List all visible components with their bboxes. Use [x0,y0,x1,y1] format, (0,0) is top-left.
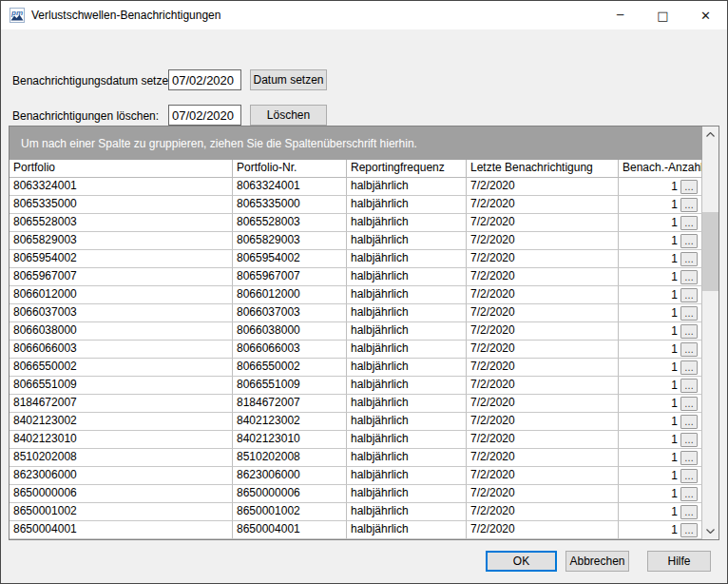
table-row[interactable]: 80633240018063324001halbjährlich7/2/2020… [10,178,702,196]
ellipsis-button[interactable]: … [680,433,698,447]
ellipsis-button[interactable]: … [680,487,698,501]
ellipsis-button[interactable]: … [680,379,698,393]
cell-portfolio: 8065335000 [10,196,233,214]
scroll-up-icon[interactable] [702,127,718,143]
ellipsis-button[interactable]: … [680,198,698,212]
cell-portfolio-nr: 8065829003 [233,232,347,250]
table-row[interactable]: 86500040018650004001halbjährlich7/2/2020… [10,521,702,539]
cell-benach-anzahl: 1… [619,467,702,485]
clear-notifications-input[interactable] [168,105,241,126]
table-row[interactable]: 80660660038066066003halbjährlich7/2/2020… [10,341,702,359]
ok-button[interactable]: OK [486,551,557,572]
table-row[interactable]: 86500000068650000006halbjährlich7/2/2020… [10,485,702,503]
vertical-scrollbar[interactable] [702,127,718,539]
ellipsis-button[interactable]: … [680,324,698,339]
table-row[interactable]: 81846720078184672007halbjährlich7/2/2020… [10,395,702,413]
ellipsis-button[interactable]: … [680,415,698,429]
table-row[interactable]: 80665510098066551009halbjährlich7/2/2020… [10,377,702,395]
cell-letzte-benachrichtigung: 7/2/2020 [467,232,619,250]
cell-portfolio-nr: 8066012000 [233,286,347,304]
cell-letzte-benachrichtigung: 7/2/2020 [467,521,619,539]
table-row[interactable]: 80659670078065967007halbjährlich7/2/2020… [10,268,702,286]
benach-anzahl-value: 1 [671,469,678,482]
cell-portfolio: 8402123002 [10,413,233,431]
cell-portfolio: 8510202008 [10,449,233,467]
table-row[interactable]: 80658290038065829003halbjährlich7/2/2020… [10,232,702,250]
benach-anzahl-value: 1 [671,342,678,356]
set-date-input[interactable] [168,69,241,90]
cell-portfolio: 8065954002 [10,250,233,268]
set-date-button[interactable]: Datum setzen [250,69,327,90]
cell-letzte-benachrichtigung: 7/2/2020 [467,268,619,286]
group-by-panel[interactable]: Um nach einer Spalte zu gruppieren, zieh… [10,127,702,160]
column-header-portfolio[interactable]: Portfolio [10,160,233,178]
cell-portfolio: 8063324001 [10,178,233,196]
ellipsis-button[interactable]: … [680,523,698,537]
table-row[interactable]: 85102020088510202008halbjährlich7/2/2020… [10,449,702,467]
cell-benach-anzahl: 1… [619,178,702,196]
ellipsis-button[interactable]: … [680,360,698,375]
cell-portfolio: 8065967007 [10,268,233,286]
cell-portfolio-nr: 8066550002 [233,359,347,377]
scroll-down-icon[interactable] [702,523,718,539]
benach-anzahl-value: 1 [671,216,678,229]
ellipsis-button[interactable]: … [680,216,698,230]
benach-anzahl-value: 1 [671,306,678,320]
table-row[interactable]: 80655280038065528003halbjährlich7/2/2020… [10,214,702,232]
set-date-label: Benachrichtigungsdatum setzen: [12,74,178,88]
dialog-window: pm Verlustschwellen-Benachrichtigungen ─… [0,0,728,584]
maximize-button[interactable]: □ [642,2,684,29]
benach-anzahl-value: 1 [671,270,678,283]
cell-letzte-benachrichtigung: 7/2/2020 [467,196,619,214]
benach-anzahl-value: 1 [671,505,678,518]
svg-text:pm: pm [10,9,23,17]
clear-notifications-button[interactable]: Löschen [250,105,327,126]
cell-reportingfrequenz: halbjährlich [347,449,467,467]
ellipsis-button[interactable]: … [680,451,698,465]
minimize-button[interactable]: ─ [599,2,642,29]
column-header-portfolio-nr[interactable]: Portfolio-Nr. [233,160,347,178]
cell-reportingfrequenz: halbjährlich [347,377,467,395]
table-row[interactable]: 84021230028402123002halbjährlich7/2/2020… [10,413,702,431]
column-header-letzte-benachrichtigung[interactable]: Letzte Benachrichtigung [467,160,619,178]
ellipsis-button[interactable]: … [680,180,698,194]
table-row[interactable]: 80660120008066012000halbjährlich7/2/2020… [10,286,702,304]
benach-anzahl-value: 1 [671,451,678,464]
table-row[interactable]: 80660380008066038000halbjährlich7/2/2020… [10,322,702,341]
table-row[interactable]: 80653350008065335000halbjährlich7/2/2020… [10,196,702,214]
ellipsis-button[interactable]: … [680,342,698,357]
cell-reportingfrequenz: halbjährlich [347,178,467,196]
ellipsis-button[interactable]: … [680,252,698,266]
cell-reportingfrequenz: halbjährlich [347,232,467,250]
ellipsis-button[interactable]: … [680,505,698,519]
scrollbar-track[interactable] [702,143,718,523]
cell-letzte-benachrichtigung: 7/2/2020 [467,341,619,359]
cell-portfolio-nr: 8402123002 [233,413,347,431]
table-row[interactable]: 84021230108402123010halbjährlich7/2/2020… [10,431,702,449]
scrollbar-thumb[interactable] [702,212,718,291]
table-row[interactable]: 86500010028650001002halbjährlich7/2/2020… [10,503,702,521]
benach-anzahl-value: 1 [671,523,678,536]
ellipsis-button[interactable]: … [680,469,698,483]
column-header-benach-anzahl[interactable]: Benach.-Anzahl [619,160,702,178]
ellipsis-button[interactable]: … [680,306,698,321]
close-button[interactable]: ✕ [684,2,727,29]
cell-portfolio: 8066550002 [10,359,233,377]
table-row[interactable]: 80660370038066037003halbjährlich7/2/2020… [10,304,702,322]
column-header-reportingfrequenz[interactable]: Reportingfrequenz [347,160,467,178]
ellipsis-button[interactable]: … [680,270,698,284]
ellipsis-button[interactable]: … [680,234,698,248]
title-bar: pm Verlustschwellen-Benachrichtigungen ─… [1,1,727,29]
table-row[interactable]: 80659540028065954002halbjährlich7/2/2020… [10,250,702,268]
help-button[interactable]: Hilfe [647,551,711,572]
table-row[interactable]: 86230060008623006000halbjährlich7/2/2020… [10,467,702,485]
ellipsis-button[interactable]: … [680,397,698,411]
cell-portfolio: 8065829003 [10,232,233,250]
grid-content: Um nach einer Spalte zu gruppieren, zieh… [10,127,702,539]
cancel-button[interactable]: Abbrechen [565,551,629,572]
cell-benach-anzahl: 1… [619,485,702,503]
cell-benach-anzahl: 1… [619,250,702,268]
ellipsis-button[interactable]: … [680,288,698,302]
cell-reportingfrequenz: halbjährlich [347,431,467,449]
table-row[interactable]: 80665500028066550002halbjährlich7/2/2020… [10,359,702,377]
